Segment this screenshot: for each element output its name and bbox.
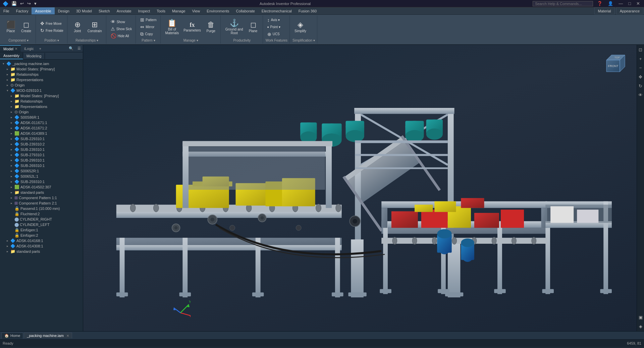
add-tab-button[interactable]: +: [37, 46, 43, 51]
menu-item-file[interactable]: File: [0, 7, 13, 14]
menu-item-annotate[interactable]: Annotate: [113, 7, 135, 14]
subtab-assembly[interactable]: Assembly: [0, 53, 23, 59]
menu-item-tools[interactable]: Tools: [153, 7, 169, 14]
tree-item-relationships-2[interactable]: 📁 Relationships: [0, 99, 83, 104]
tab-home[interactable]: 🏠 Home: [1, 333, 23, 339]
plane-button[interactable]: ◻ Plane: [246, 17, 261, 37]
menu-item-view[interactable]: View: [189, 7, 204, 14]
tree-item-adsk-014502[interactable]: 🟩 ADSK-014502:307: [0, 184, 83, 190]
tree-item-representations[interactable]: 📁 Representations: [0, 77, 83, 82]
purge-button[interactable]: 🗑 Purge: [204, 17, 218, 37]
tree-item-einfugen-2[interactable]: 🔒 Einfügen:2: [0, 233, 83, 238]
quick-save[interactable]: 💾: [10, 1, 18, 6]
tree-item-relationships[interactable]: 📁 Relationships: [0, 72, 83, 77]
free-rotate-button[interactable]: ↻ Free Rotate: [39, 27, 65, 34]
place-button[interactable]: ⬛ Place: [3, 17, 18, 37]
tree-item-sub-299310[interactable]: 🔷 SUB-299310:1: [0, 158, 83, 163]
tree-item-fluchtend-2[interactable]: 🔒 Fluchtend:2: [0, 211, 83, 217]
menu-item-collaborate[interactable]: Collaborate: [233, 7, 258, 14]
account-icon[interactable]: 👤: [606, 1, 614, 6]
point-button[interactable]: • Point ▾: [266, 24, 282, 31]
pan-tool[interactable]: ✥: [638, 73, 643, 80]
menu-item-environments[interactable]: Environments: [203, 7, 232, 14]
create-button[interactable]: ◻ Create: [19, 17, 34, 37]
zoom-out-tool[interactable]: −: [638, 64, 643, 71]
view-tool[interactable]: ▣: [638, 314, 644, 321]
menu-item-assemble[interactable]: Assemble: [32, 7, 54, 14]
tree-item-model-states-2[interactable]: 📁 Model States: [Primary]: [0, 93, 83, 99]
tree-item-sub-259310[interactable]: 🔷 SUB-259310:1: [0, 179, 83, 184]
tree-item-adsk-011671-2[interactable]: 🔷 ADSK-011671:2: [0, 125, 83, 131]
menu-item-design[interactable]: Design: [55, 7, 73, 14]
manage-group-label[interactable]: Manage ▾: [163, 38, 218, 43]
tree-item-sub-239310-1[interactable]: 🔷 SUB-239310:1: [0, 147, 83, 152]
help-icon[interactable]: ❓: [596, 1, 604, 6]
look-at-tool[interactable]: 👁: [637, 92, 644, 99]
pattern-button[interactable]: ⊞ Pattern: [139, 16, 158, 23]
display-tool[interactable]: ◈: [638, 323, 643, 330]
joint-button[interactable]: ⊕ Joint: [70, 17, 85, 37]
tree-item-s00s86r[interactable]: 🔷 S00S86R:1: [0, 115, 83, 120]
menu-item-fusion360[interactable]: Fusion 360: [295, 7, 320, 14]
simplification-group-label[interactable]: Simplification ▾: [292, 38, 315, 43]
menu-item-manage[interactable]: Manage: [169, 7, 189, 14]
menu-item-inspect[interactable]: Inspect: [135, 7, 153, 14]
zoom-extents-tool[interactable]: ⊡: [638, 46, 643, 53]
menu-item-electromechanical[interactable]: Electromechanical: [258, 7, 295, 14]
relationships-group-label[interactable]: Relationships ▾: [70, 38, 104, 43]
tree-item-representations-2[interactable]: 📁 Representations: [0, 104, 83, 109]
tree-item-cylinder-left[interactable]: ⬤ CYLINDER_LEFT: [0, 222, 83, 227]
quick-undo[interactable]: ↩: [19, 1, 25, 6]
minimize-btn[interactable]: —: [617, 1, 624, 6]
close-btn[interactable]: ✕: [635, 1, 641, 6]
zoom-in-tool[interactable]: +: [638, 55, 643, 62]
tree-item-standard-parts-2[interactable]: 📁 standard parts: [0, 249, 83, 254]
tree-item-passend-1[interactable]: 🔒 Passend:1 (10.000 mm): [0, 206, 83, 211]
maximize-btn[interactable]: □: [627, 1, 632, 6]
model-tab-close[interactable]: ✕: [15, 47, 17, 51]
tree-item-einfugen-1[interactable]: 🔒 Einfügen:1: [0, 227, 83, 233]
mirror-button[interactable]: ⇔ Mirror: [139, 23, 158, 30]
tree-item-sub-269310[interactable]: 🔷 SUB-269310:1: [0, 163, 83, 168]
tree-item-s00652r[interactable]: 🔷 S00652R:1: [0, 168, 83, 174]
ground-root-button[interactable]: ⚓ Ground andRoot: [223, 17, 245, 37]
constrain-button[interactable]: ⊞ Constrain: [86, 17, 104, 37]
tree-item-cylinder-right[interactable]: ⬤ CYLINDER_RIGHT: [0, 217, 83, 222]
panel-menu-btn[interactable]: ☰: [75, 46, 83, 51]
tab-ilogic[interactable]: iLogic: [21, 45, 37, 52]
free-move-button[interactable]: ✥ Free Move: [39, 20, 65, 27]
quick-redo[interactable]: ↪: [26, 1, 32, 6]
position-group-label[interactable]: Position ▾: [39, 38, 65, 43]
parameters-button[interactable]: fx Parameters: [181, 17, 203, 37]
copy-button[interactable]: ⧉ Copy: [139, 31, 158, 38]
quick-menu[interactable]: ▾: [33, 1, 38, 6]
tree-item-sub-229310-1[interactable]: 🔷 SUB-229310:1: [0, 136, 83, 141]
tree-item-comp-pattern-1[interactable]: ⊞ Component Pattern 1:1: [0, 195, 83, 200]
subtab-modeling[interactable]: Modeling: [23, 53, 45, 59]
tree-item-origin-2[interactable]: ⊙ Origin: [0, 109, 83, 115]
menu-item-factory[interactable]: Factory: [13, 7, 32, 14]
hide-all-button[interactable]: 🚫 Hide All: [109, 33, 134, 39]
tab-model[interactable]: Model ✕: [0, 45, 21, 52]
show-button[interactable]: 👁 Show: [109, 18, 134, 25]
axis-button[interactable]: ↕ Axis ▾: [266, 17, 282, 23]
tree-item-sub-239310-2[interactable]: 🔷 SUB-239310:2: [0, 141, 83, 147]
search-input[interactable]: [533, 1, 593, 6]
pattern-group-label[interactable]: Pattern ▾: [139, 38, 158, 43]
panel-search-btn[interactable]: 🔍: [67, 46, 75, 51]
ucs-button[interactable]: ⊕ UCS: [266, 31, 282, 38]
bill-of-materials-button[interactable]: 📋 Bill ofMaterials: [163, 17, 181, 37]
tree-item-root[interactable]: 🔷 _packing machine.iam: [0, 61, 83, 66]
tree-item-mod-029310[interactable]: 🔷 MOD-029310:1: [0, 88, 83, 93]
component-group-label[interactable]: Component ▾: [3, 38, 34, 43]
appearance-selector[interactable]: Appearance: [616, 7, 643, 14]
simplify-button[interactable]: ◈ Simplify: [292, 17, 308, 37]
tree-item-comp-pattern-2[interactable]: ⊞ Component Pattern 2:1: [0, 200, 83, 206]
tree-item-sub-279310[interactable]: 🔷 SUB-279310:1: [0, 152, 83, 158]
tree-item-model-states[interactable]: 📁 Model States: [Primary]: [0, 66, 83, 72]
menu-item-3dmodel[interactable]: 3D Model: [73, 7, 95, 14]
viewport[interactable]: FRONT TOP: [83, 45, 637, 331]
tab-close-icon[interactable]: ✕: [66, 334, 69, 338]
tree-item-adsk-014168[interactable]: 🔷 ADSK-014168:1: [0, 238, 83, 243]
tree-item-standard-parts-1[interactable]: 📁 standard parts: [0, 190, 83, 195]
